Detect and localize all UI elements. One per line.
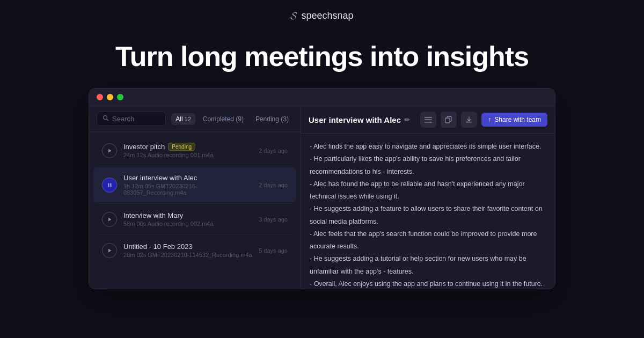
divider-0 bbox=[98, 166, 292, 166]
content-line-3: - Alec has found the app to be reliable … bbox=[310, 179, 546, 190]
download-button[interactable] bbox=[461, 112, 477, 128]
logo: 𝓢 speechsnap bbox=[290, 10, 353, 22]
divider-2 bbox=[98, 234, 292, 235]
logo-icon: 𝓢 bbox=[290, 10, 297, 22]
content-line-5: - He suggests adding a feature to allow … bbox=[310, 203, 546, 215]
svg-rect-2 bbox=[108, 183, 109, 187]
content-line-7: - Alec feels that the app's search funct… bbox=[310, 229, 546, 240]
content-line-2: recommendations to his - interests. bbox=[310, 166, 546, 178]
recording-date-2: 3 days ago bbox=[259, 216, 288, 223]
svg-line-1 bbox=[107, 119, 108, 121]
content-line-10: unfamiliar with the app's - features. bbox=[310, 266, 546, 277]
play-button-2[interactable] bbox=[102, 212, 117, 227]
hero-section: Turn long meetings into insights bbox=[94, 32, 550, 88]
right-toolbar: User interview with Alec ✏ bbox=[301, 106, 555, 134]
minimize-button[interactable] bbox=[107, 94, 113, 100]
content-line-0: - Alec finds the app easy to navigate an… bbox=[310, 141, 546, 152]
divider-1 bbox=[98, 203, 292, 204]
recording-name-1: User interview with Alec bbox=[123, 174, 252, 182]
content-line-11: - Overall, Alec enjoys using the app and… bbox=[310, 278, 546, 289]
recording-name-2: Interview with Mary bbox=[123, 211, 252, 219]
pending-badge-0: Pending bbox=[168, 143, 195, 151]
filter-tabs: All 12 Completed (9) Pending (3) bbox=[171, 113, 293, 125]
search-icon bbox=[103, 115, 109, 123]
recording-meta-3: 26m 02s GMT20230210-114532_Recording.m4a bbox=[123, 252, 252, 258]
recording-info-0: Investor pitch Pending 24m 12s Audio rec… bbox=[123, 143, 252, 158]
title-bar bbox=[89, 89, 555, 106]
recording-info-2: Interview with Mary 58m 00s Audio record… bbox=[123, 211, 252, 227]
svg-rect-8 bbox=[445, 118, 450, 123]
hero-headline: Turn long meetings into insights bbox=[115, 41, 529, 72]
recording-date-1: 2 days ago bbox=[259, 182, 288, 188]
share-with-team-button[interactable]: ↑ Share with team bbox=[481, 113, 547, 127]
svg-rect-3 bbox=[110, 183, 111, 187]
maximize-button[interactable] bbox=[117, 94, 123, 100]
content-line-8: accurate results. bbox=[310, 241, 546, 252]
content-line-6: social media platforms. bbox=[310, 216, 546, 227]
tab-pending[interactable]: Pending (3) bbox=[251, 113, 293, 125]
recording-item-1[interactable]: User interview with Alec 1h 12m 05s GMT2… bbox=[93, 167, 296, 202]
content-area: - Alec finds the app easy to navigate an… bbox=[301, 134, 555, 289]
content-line-4: technical issues while using it. bbox=[310, 191, 546, 202]
app-window: Search All 12 Completed (9) Pending (3) bbox=[89, 88, 555, 289]
recording-info-3: Untitled - 10 Feb 2023 26m 02s GMT202302… bbox=[123, 243, 252, 258]
svg-rect-5 bbox=[425, 119, 432, 120]
list-view-button[interactable] bbox=[420, 112, 436, 128]
play-button-3[interactable] bbox=[102, 243, 117, 258]
toolbar: Search All 12 Completed (9) Pending (3) bbox=[89, 106, 301, 132]
copy-button[interactable] bbox=[441, 112, 457, 128]
logo-text: speechsnap bbox=[301, 10, 353, 21]
top-nav: 𝓢 speechsnap bbox=[0, 0, 644, 32]
content-line-1: - He particularly likes the app's abilit… bbox=[310, 153, 546, 165]
content-line-9: - He suggests adding a tutorial or help … bbox=[310, 253, 546, 264]
tab-completed[interactable]: Completed (9) bbox=[199, 113, 248, 125]
pause-button-1[interactable] bbox=[102, 178, 117, 193]
share-button-label: Share with team bbox=[494, 116, 541, 123]
edit-icon[interactable]: ✏ bbox=[404, 116, 410, 124]
recording-item-2[interactable]: Interview with Mary 58m 00s Audio record… bbox=[93, 205, 296, 233]
share-icon: ↑ bbox=[488, 116, 491, 123]
recording-name-3: Untitled - 10 Feb 2023 bbox=[123, 243, 252, 251]
recording-meta-2: 58m 00s Audio recording 002.m4a bbox=[123, 221, 252, 227]
recording-info-1: User interview with Alec 1h 12m 05s GMT2… bbox=[123, 174, 252, 196]
recording-list: Investor pitch Pending 24m 12s Audio rec… bbox=[89, 132, 301, 289]
recording-name-0: Investor pitch Pending bbox=[123, 143, 252, 151]
recording-item-0[interactable]: Investor pitch Pending 24m 12s Audio rec… bbox=[93, 136, 296, 165]
search-box[interactable]: Search bbox=[97, 112, 166, 126]
recording-date-0: 2 days ago bbox=[259, 148, 288, 154]
recording-date-3: 5 days ago bbox=[259, 247, 288, 254]
recording-meta-1: 1h 12m 05s GMT20230216-083057_Recording.… bbox=[123, 183, 252, 196]
close-button[interactable] bbox=[97, 94, 103, 100]
svg-rect-4 bbox=[425, 117, 432, 118]
search-placeholder: Search bbox=[112, 115, 134, 123]
main-content: Search All 12 Completed (9) Pending (3) bbox=[89, 106, 555, 289]
tab-all[interactable]: All 12 bbox=[171, 113, 195, 125]
document-title: User interview with Alec ✏ bbox=[309, 115, 416, 124]
svg-rect-6 bbox=[425, 122, 432, 123]
play-button-0[interactable] bbox=[102, 143, 117, 158]
left-panel: Search All 12 Completed (9) Pending (3) bbox=[89, 106, 301, 289]
right-panel: User interview with Alec ✏ bbox=[301, 106, 555, 289]
recording-meta-0: 24m 12s Audio recording 001.m4a bbox=[123, 152, 252, 158]
recording-item-3[interactable]: Untitled - 10 Feb 2023 26m 02s GMT202302… bbox=[93, 236, 296, 264]
